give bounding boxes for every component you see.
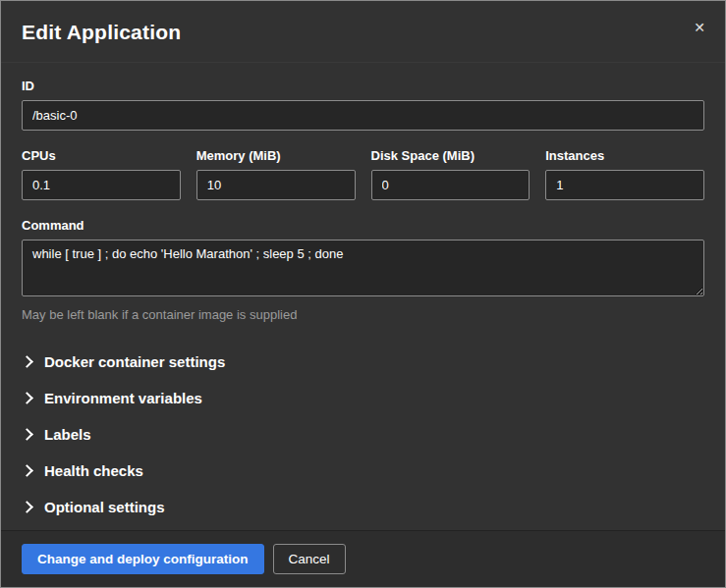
command-label: Command bbox=[22, 218, 704, 233]
command-help-text: May be left blank if a container image i… bbox=[22, 307, 704, 322]
page-title: Edit Application bbox=[22, 21, 704, 44]
accordion-sections: Docker container settings Environment va… bbox=[22, 344, 704, 525]
chevron-right-icon bbox=[22, 466, 35, 475]
command-input[interactable]: while [ true ] ; do echo 'Hello Marathon… bbox=[22, 240, 704, 296]
section-label: Optional settings bbox=[44, 499, 165, 515]
section-docker-container-settings[interactable]: Docker container settings bbox=[22, 344, 704, 380]
instances-field-group: Instances bbox=[545, 148, 704, 200]
resources-row: CPUs Memory (MiB) Disk Space (MiB) Insta… bbox=[22, 148, 704, 200]
id-label: ID bbox=[22, 79, 704, 93]
section-health-checks[interactable]: Health checks bbox=[22, 453, 704, 489]
cancel-button[interactable]: Cancel bbox=[273, 544, 346, 574]
memory-field-group: Memory (MiB) bbox=[196, 148, 356, 200]
close-icon[interactable]: ✕ bbox=[690, 17, 709, 38]
cpus-input[interactable] bbox=[22, 170, 181, 200]
modal-body: ID CPUs Memory (MiB) Disk Space (MiB) In… bbox=[1, 63, 725, 530]
section-label: Labels bbox=[44, 426, 91, 443]
cpus-field-group: CPUs bbox=[22, 148, 181, 200]
section-label: Docker container settings bbox=[44, 353, 225, 370]
section-label: Health checks bbox=[44, 462, 143, 479]
id-field-group: ID bbox=[22, 79, 704, 131]
section-optional-settings[interactable]: Optional settings bbox=[22, 489, 704, 525]
modal-header: Edit Application ✕ bbox=[1, 1, 725, 63]
instances-label: Instances bbox=[545, 148, 704, 163]
modal-footer: Change and deploy configuration Cancel bbox=[1, 530, 725, 587]
section-environment-variables[interactable]: Environment variables bbox=[22, 380, 704, 416]
section-labels[interactable]: Labels bbox=[22, 416, 704, 453]
instances-input[interactable] bbox=[545, 170, 704, 200]
id-input[interactable] bbox=[22, 100, 704, 131]
disk-input[interactable] bbox=[371, 170, 531, 200]
chevron-right-icon bbox=[22, 503, 35, 511]
chevron-right-icon bbox=[22, 357, 35, 366]
disk-label: Disk Space (MiB) bbox=[371, 148, 531, 163]
memory-input[interactable] bbox=[196, 170, 356, 200]
chevron-right-icon bbox=[22, 394, 35, 402]
change-and-deploy-button[interactable]: Change and deploy configuration bbox=[22, 544, 264, 574]
memory-label: Memory (MiB) bbox=[196, 148, 356, 163]
disk-field-group: Disk Space (MiB) bbox=[371, 148, 531, 200]
chevron-right-icon bbox=[22, 430, 35, 439]
edit-application-modal: Edit Application ✕ ID CPUs Memory (MiB) … bbox=[0, 0, 726, 588]
command-field-group: Command while [ true ] ; do echo 'Hello … bbox=[22, 218, 704, 322]
cpus-label: CPUs bbox=[22, 148, 181, 163]
section-label: Environment variables bbox=[44, 390, 202, 406]
